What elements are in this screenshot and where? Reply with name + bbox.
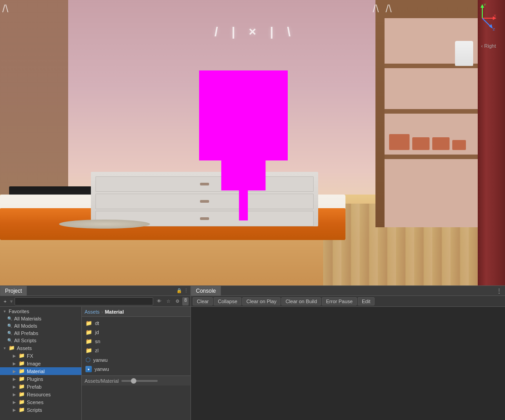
lock-icon: 🔒 bbox=[176, 288, 182, 293]
favorites-label: Favorites bbox=[9, 309, 29, 314]
tray bbox=[59, 174, 150, 229]
tree-panel: ▾ Favorites 🔍 All Materials 🔍 All Models… bbox=[0, 307, 82, 420]
file-name-jd: jd bbox=[95, 330, 99, 335]
zoom-slider[interactable] bbox=[121, 380, 158, 382]
material-icon-yanwu: ● bbox=[85, 366, 92, 372]
file-item-zl[interactable]: 📁 zl bbox=[82, 346, 190, 355]
light-sym-2: | bbox=[231, 25, 235, 39]
image-label: Image bbox=[27, 361, 41, 366]
project-content: ▾ Favorites 🔍 All Materials 🔍 All Models… bbox=[0, 307, 190, 420]
assets-label: Assets bbox=[17, 345, 32, 351]
tree-resources[interactable]: ▶ 📁 Resources bbox=[0, 390, 81, 398]
star-icon-btn[interactable]: ☆ bbox=[164, 297, 172, 305]
scene-viewport[interactable]: / | × | \ /\ /\ /\ Y X bbox=[0, 0, 505, 285]
svg-text:X: X bbox=[494, 14, 496, 18]
search-icon-4: 🔍 bbox=[7, 338, 12, 343]
editor-button[interactable]: Edit bbox=[358, 297, 375, 305]
clear-on-play-button[interactable]: Clear on Play bbox=[242, 297, 280, 305]
file-item-jd[interactable]: 📁 jd bbox=[82, 328, 190, 337]
tree-image[interactable]: ▶ 📁 Image bbox=[0, 360, 81, 367]
tree-scenes[interactable]: ▶ 📁 Scenes bbox=[0, 398, 81, 406]
tree-scripts[interactable]: ▶ 📁 Scripts bbox=[0, 406, 81, 414]
image-arrow: ▶ bbox=[13, 361, 16, 366]
light-sym-tr2: /\ bbox=[385, 2, 391, 15]
breadcrumb-root[interactable]: Assets bbox=[85, 309, 100, 315]
material-arrow: ▶ bbox=[13, 369, 16, 374]
file-name-yanwu1: yanwu bbox=[93, 357, 108, 363]
tab-console[interactable]: Console bbox=[191, 286, 221, 296]
tree-all-prefabs[interactable]: 🔍 All Prefabs bbox=[0, 330, 81, 337]
material-folder-icon: 📁 bbox=[19, 368, 25, 374]
all-models-label: All Models bbox=[14, 323, 37, 329]
fx-label: FX bbox=[27, 353, 33, 359]
tree-fx[interactable]: ▶ 📁 FX bbox=[0, 352, 81, 360]
shelf-box-2 bbox=[412, 137, 430, 150]
plugins-arrow: ▶ bbox=[13, 377, 16, 381]
folder-icon-zl: 📁 bbox=[85, 347, 92, 354]
console-content bbox=[191, 307, 505, 420]
resources-arrow: ▶ bbox=[13, 392, 16, 397]
collapse-button[interactable]: Collapse bbox=[214, 297, 241, 305]
scene-background: / | × | \ /\ /\ /\ Y X bbox=[0, 0, 505, 285]
all-prefabs-label: All Prefabs bbox=[14, 330, 38, 336]
clear-button[interactable]: Clear bbox=[193, 297, 213, 305]
light-sym-3: × bbox=[249, 25, 256, 39]
project-toolbar: + ▾ 👁 ☆ ⚙ 8 bbox=[0, 296, 190, 307]
plugins-label: Plugins bbox=[27, 376, 43, 382]
folder-icon-jd: 📁 bbox=[85, 329, 92, 335]
tab-project[interactable]: Project bbox=[0, 286, 27, 296]
badge-count: 8 bbox=[182, 297, 189, 305]
light-sym-topleft: /\ bbox=[2, 2, 8, 15]
settings-icon-btn[interactable]: ⚙ bbox=[173, 297, 181, 305]
console-menu-button[interactable]: ⋮ bbox=[493, 287, 505, 295]
search-icon-1: 🔍 bbox=[7, 316, 12, 321]
project-tab-bar: Project 🔒 ⋮ bbox=[0, 286, 190, 296]
svg-text:Y: Y bbox=[484, 3, 486, 7]
clear-on-build-button[interactable]: Clear on Build bbox=[281, 297, 321, 305]
lock-icon-area: 🔒 ⋮ bbox=[176, 288, 190, 294]
file-list: 📁 dt 📁 jd 📁 sn 📁 zl bbox=[82, 317, 190, 375]
light-symbols-center: / | × | \ bbox=[0, 5, 505, 59]
file-item-yanwu-mat[interactable]: ● yanwu bbox=[82, 365, 190, 374]
slider-control[interactable] bbox=[121, 380, 188, 382]
tree-assets-header[interactable]: ▾ 📁 Assets bbox=[0, 344, 81, 352]
light-sym-1: / bbox=[215, 25, 218, 39]
prefab-folder-icon: 📁 bbox=[19, 384, 25, 390]
breadcrumb-sep: › bbox=[101, 309, 103, 315]
scripts-label: Scripts bbox=[27, 407, 42, 413]
scenes-folder-icon: 📁 bbox=[19, 399, 25, 405]
view-label: ‹ Right bbox=[481, 43, 496, 49]
shelf-box-1 bbox=[389, 134, 410, 150]
tree-all-models[interactable]: 🔍 All Models bbox=[0, 322, 81, 330]
filter-icon-btn[interactable]: 👁 bbox=[155, 297, 163, 305]
file-item-yanwu-unity[interactable]: ⬡ yanwu bbox=[82, 355, 190, 365]
panel-options-icon[interactable]: ⋮ bbox=[184, 288, 189, 294]
tree-all-scripts[interactable]: 🔍 All Scripts bbox=[0, 337, 81, 344]
tree-all-materials[interactable]: 🔍 All Materials bbox=[0, 315, 81, 322]
file-item-sn[interactable]: 📁 sn bbox=[82, 337, 190, 346]
plugins-folder-icon: 📁 bbox=[19, 376, 25, 382]
resources-folder-icon: 📁 bbox=[19, 391, 25, 397]
assets-arrow: ▾ bbox=[4, 346, 6, 350]
resources-label: Resources bbox=[27, 392, 51, 397]
tree-material[interactable]: ▶ 📁 Material bbox=[0, 367, 81, 375]
image-folder-icon: 📁 bbox=[19, 360, 25, 366]
file-item-dt[interactable]: 📁 dt bbox=[82, 319, 190, 328]
fx-arrow: ▶ bbox=[13, 354, 16, 358]
tree-favorites-header[interactable]: ▾ Favorites bbox=[0, 308, 81, 315]
shelf-box-4 bbox=[452, 140, 466, 150]
search-input[interactable] bbox=[15, 297, 153, 305]
tree-prefab[interactable]: ▶ 📁 Prefab bbox=[0, 383, 81, 390]
light-sym-tr1: /\ bbox=[373, 2, 379, 15]
file-name-zl: zl bbox=[95, 348, 99, 353]
file-name-dt: dt bbox=[95, 320, 99, 326]
search-icon-2: 🔍 bbox=[7, 324, 12, 328]
add-button[interactable]: + bbox=[2, 298, 8, 305]
breadcrumb: Assets › Material bbox=[82, 307, 190, 317]
tree-plugins[interactable]: ▶ 📁 Plugins bbox=[0, 375, 81, 383]
project-panel: Project 🔒 ⋮ + ▾ 👁 ☆ ⚙ 8 ▾ bbox=[0, 286, 191, 420]
shelf-boxes bbox=[389, 118, 491, 150]
error-pause-button[interactable]: Error Pause bbox=[322, 297, 357, 305]
toolbar-icons: 👁 ☆ ⚙ 8 bbox=[155, 297, 189, 305]
search-icon-3: 🔍 bbox=[7, 331, 12, 335]
